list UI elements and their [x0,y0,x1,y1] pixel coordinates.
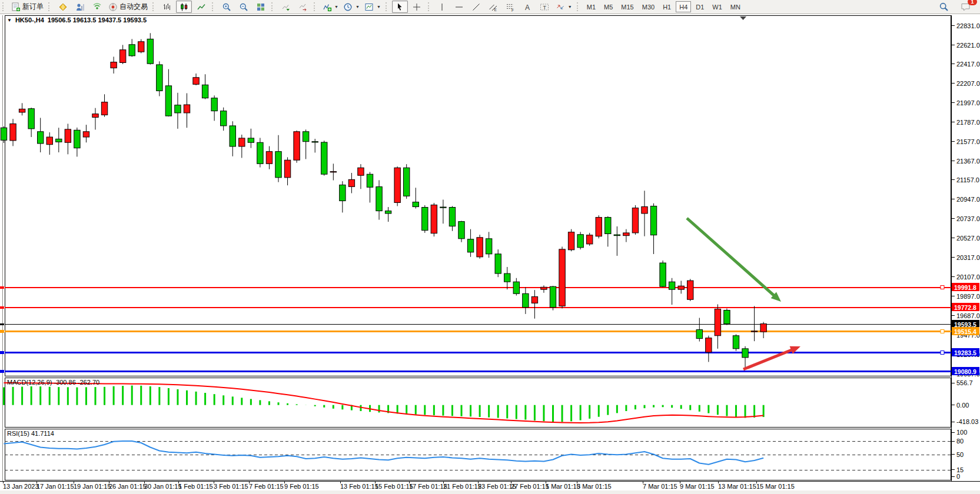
bottom-strip [0,490,980,494]
crosshair-icon [412,2,422,12]
time-tick-label: 7 Mar 01:15 [643,483,677,490]
candle [394,166,400,206]
arrows-button[interactable]: ▼ [554,1,574,13]
bar-chart-button[interactable] [159,1,175,13]
search-icon [939,2,949,12]
candle [550,286,556,311]
candle [157,61,162,96]
gem-icon [58,2,68,12]
line-drag-handle [941,286,944,289]
vline-icon [437,2,447,12]
timeframe-mn-button[interactable]: MN [727,1,744,12]
toolbar-group [383,0,426,14]
candles-icon [179,2,189,12]
text-button[interactable]: A [520,1,536,13]
rsi-axis-label: 15 [956,466,964,473]
periods-button[interactable]: ▼ [341,1,361,13]
toolbar-group [269,0,311,14]
candle [577,232,583,249]
timeframe-m30-button[interactable]: M30 [639,1,658,12]
time-tick-label: 30 Jan 01:15 [144,483,182,490]
candle-chart-button[interactable] [176,1,192,13]
rsi-axis-label: 50 [956,451,964,458]
candle [568,229,574,252]
notifications-button[interactable]: 1 [958,1,974,13]
rsi-axis-label: 0 [956,473,960,480]
chevron-down-icon: ▼ [568,5,572,9]
line-drag-handle [941,330,944,333]
timeframe-h1-button[interactable]: H1 [659,1,675,12]
macd-panel [5,378,951,428]
macd-axis-label: 556.7 [956,379,973,386]
tile-windows-button[interactable] [253,1,268,13]
market-watch-button[interactable] [72,1,88,13]
autotrade-button[interactable]: 自动交易 [106,1,150,13]
candle [477,235,483,259]
macd-indicator-label: MACD(12,26,9) -300.86 -262.70 [7,379,99,386]
price-tick-label: 19897.0 [956,293,980,300]
signal-icon [92,2,102,12]
crosshair-button[interactable] [409,1,425,13]
templates-button[interactable]: ▼ [363,1,383,13]
chart-shift-button[interactable] [295,1,311,13]
zoom-out-icon [238,2,248,12]
toolbar-grip [428,2,432,11]
toolbar-group [150,0,210,14]
vertical-line-button[interactable] [434,1,450,13]
signals-button[interactable] [89,1,105,13]
zoom-in-button[interactable] [218,1,234,13]
person-chart-icon [75,2,85,12]
timeframe-m15-button[interactable]: M15 [617,1,637,12]
price-tag-19991.8: 19991.8 [952,283,979,291]
trendline-icon [471,2,481,12]
text-label-button[interactable]: T [537,1,553,13]
search-button[interactable] [936,1,952,13]
horizontal-line-button[interactable] [451,1,467,13]
timeframe-d1-button[interactable]: D1 [692,1,707,12]
toolbar-group: EFAT▼ [426,0,574,14]
candle [660,261,666,287]
timeframe-h4-button[interactable]: H4 [676,1,691,12]
rsi-indicator-label: RSI(15) 41.7114 [7,430,54,437]
candle [321,141,327,176]
text-label-icon: T [540,2,550,12]
fibonacci-button[interactable]: F [503,1,519,13]
chart-ohlc-values: 19506.5 19613.5 19437.5 19593.5 [48,16,147,24]
toolbar-group: M1M5M15M30H1H4D1W1MN [574,0,745,14]
new-order-button[interactable]: 新订单 [9,1,45,13]
chart-canvas[interactable]: 22831.022621.022417.022207.021997.021787… [0,14,980,494]
cursor-button[interactable] [392,1,408,13]
time-tick-label: 9 Feb 01:15 [284,483,319,490]
price-tick-label: 20317.0 [956,254,980,261]
time-tick-label: 17 Feb 01:15 [409,483,447,490]
macd-axis-label: 0.00 [956,402,969,409]
indicators-button[interactable]: ▼ [320,1,340,13]
time-tick-label: 13 Jan 2023 [3,483,39,490]
svg-text:T: T [543,4,547,10]
trendline-button[interactable] [469,1,484,13]
svg-text:A: A [525,3,530,11]
auto-scroll-button[interactable] [278,1,294,13]
time-tick-label: 7 Feb 01:15 [249,483,284,490]
zoom-out-button[interactable] [235,1,251,13]
timeframe-w1-button[interactable]: W1 [709,1,726,12]
candle [687,279,693,301]
candle [587,233,593,246]
time-tick-label: 3 Feb 01:15 [214,483,248,490]
gem-button[interactable] [55,1,71,13]
price-tick-label: 20527.0 [956,235,980,242]
candle [422,205,428,233]
autotrade-icon [108,2,118,12]
timeframe-m1-button[interactable]: M1 [583,1,599,12]
price-tick-label: 22621.0 [956,42,980,49]
svg-text:19593.5: 19593.5 [954,321,976,328]
channel-button[interactable]: E [486,1,501,13]
template-icon [364,2,374,12]
time-tick-label: 15 Mar 01:15 [756,483,795,490]
chart-collapse-icon[interactable]: ▼ [7,18,12,23]
line-chart-button[interactable] [193,1,209,13]
timeframe-m5-button[interactable]: M5 [600,1,616,12]
svg-text:19080.9: 19080.9 [954,368,976,375]
chart-title: ▼ HK50-,H4 19506.5 19613.5 19437.5 19593… [7,16,147,24]
time-tick-label: 26 Jan 01:15 [109,483,147,490]
